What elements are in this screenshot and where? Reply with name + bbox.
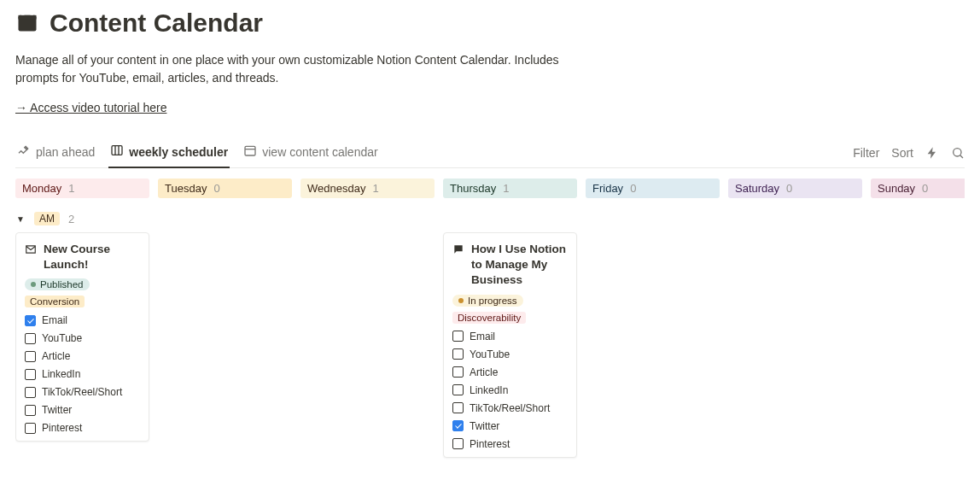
day-label: Thursday	[450, 182, 496, 195]
status-dot	[31, 282, 36, 287]
svg-point-9	[954, 149, 961, 156]
checklist-item[interactable]: Email	[452, 331, 568, 342]
checkbox[interactable]	[452, 331, 464, 342]
status-badge: Published	[25, 278, 90, 290]
svg-line-10	[960, 155, 963, 158]
checklist-label: LinkedIn	[42, 368, 80, 380]
day-label: Sunday	[878, 182, 915, 195]
checkbox[interactable]	[25, 405, 36, 416]
col-header-sunday[interactable]: Sunday 0	[871, 179, 965, 198]
checklist-label: Pinterest	[470, 438, 510, 450]
tag-label: Conversion	[30, 296, 79, 307]
status-badge: In progress	[452, 295, 523, 307]
pencil-path-icon	[17, 143, 31, 160]
tag-label: Discoverability	[458, 313, 521, 323]
category-tag: Discoverability	[452, 312, 526, 324]
checklist-label: Twitter	[42, 404, 72, 416]
search-icon[interactable]	[951, 146, 965, 160]
day-label: Monday	[22, 182, 61, 195]
checkbox[interactable]	[452, 366, 464, 378]
checklist-item[interactable]: Email	[25, 314, 140, 326]
checkbox[interactable]	[25, 351, 36, 362]
col-header-friday[interactable]: Friday 0	[586, 179, 720, 198]
envelope-icon	[25, 242, 37, 258]
tab-label: weekly scheduler	[129, 145, 228, 159]
card-title: New Course Launch!	[44, 242, 140, 272]
checkbox[interactable]	[452, 420, 464, 431]
checkbox[interactable]	[452, 402, 464, 413]
group-collapse-toggle[interactable]: ▼	[15, 214, 26, 224]
empty-slot-friday[interactable]	[586, 232, 720, 480]
col-header-thursday[interactable]: Thursday 1	[443, 179, 577, 198]
checkbox[interactable]	[25, 315, 36, 326]
checklist-label: YouTube	[470, 348, 510, 360]
card-monday[interactable]: New Course Launch! Published Conversion …	[15, 232, 149, 442]
tab-weekly-scheduler[interactable]: weekly scheduler	[108, 138, 230, 168]
card-title: How I Use Notion to Manage My Business	[471, 242, 568, 289]
day-count: 0	[213, 182, 219, 195]
day-label: Wednesday	[307, 182, 365, 195]
tab-plan-ahead[interactable]: plan ahead	[15, 138, 96, 168]
checklist-item[interactable]: YouTube	[25, 332, 140, 344]
checklist-item[interactable]: TikTok/Reel/Short	[452, 402, 568, 414]
empty-slot-tuesday[interactable]	[158, 232, 292, 480]
card-row: New Course Launch! Published Conversion …	[15, 232, 965, 480]
checklist-item[interactable]: TikTok/Reel/Short	[25, 386, 140, 398]
checklist-label: Article	[42, 350, 70, 362]
svg-rect-3	[19, 15, 37, 19]
group-badge[interactable]: AM	[34, 212, 60, 225]
col-header-saturday[interactable]: Saturday 0	[728, 179, 862, 198]
checklist-item[interactable]: Pinterest	[25, 422, 140, 434]
page-title: Content Calendar	[50, 9, 263, 38]
card-thursday[interactable]: How I Use Notion to Manage My Business I…	[443, 232, 577, 458]
checklist-item[interactable]: LinkedIn	[452, 384, 568, 396]
checkbox[interactable]	[25, 387, 36, 398]
bolt-icon[interactable]	[925, 146, 939, 160]
speech-bubble-icon	[452, 242, 464, 258]
empty-slot-wednesday[interactable]	[300, 232, 435, 480]
checklist: EmailYouTubeArticleLinkedInTikTok/Reel/S…	[25, 314, 140, 434]
checklist-label: Email	[42, 314, 67, 326]
day-count: 0	[630, 182, 636, 195]
tutorial-link[interactable]: → Access video tutorial here	[15, 101, 166, 114]
checklist-label: LinkedIn	[470, 384, 508, 396]
checkbox[interactable]	[452, 384, 464, 395]
empty-slot-saturday[interactable]	[728, 232, 862, 480]
board: Monday 1 Tuesday 0 Wednesday 1 Thursday …	[15, 179, 965, 207]
checklist-label: Article	[470, 366, 498, 378]
col-header-tuesday[interactable]: Tuesday 0	[158, 179, 292, 198]
checkbox[interactable]	[452, 348, 464, 360]
checklist-item[interactable]: Pinterest	[452, 438, 568, 450]
checkbox[interactable]	[452, 438, 464, 449]
day-label: Saturday	[735, 182, 779, 195]
status-label: In progress	[468, 296, 517, 306]
board-icon	[110, 143, 124, 160]
category-tag: Conversion	[25, 296, 85, 307]
day-label: Tuesday	[165, 182, 207, 195]
checkbox[interactable]	[25, 369, 36, 380]
checklist-item[interactable]: Twitter	[452, 420, 568, 432]
col-header-wednesday[interactable]: Wednesday 1	[300, 179, 435, 198]
calendar-small-icon	[243, 143, 257, 160]
checkbox[interactable]	[25, 423, 36, 434]
checklist-label: Pinterest	[42, 422, 82, 434]
checklist-item[interactable]: Twitter	[25, 404, 140, 416]
checklist-item[interactable]: Article	[25, 350, 140, 362]
checkbox[interactable]	[25, 333, 36, 344]
day-label: Friday	[592, 182, 623, 195]
empty-slot-sunday[interactable]	[871, 232, 965, 480]
checklist-label: Twitter	[470, 420, 499, 432]
checklist: EmailYouTubeArticleLinkedInTikTok/Reel/S…	[452, 331, 568, 450]
col-header-monday[interactable]: Monday 1	[15, 179, 149, 198]
filter-button[interactable]: Filter	[853, 146, 879, 160]
calendar-icon	[15, 10, 39, 37]
day-count: 0	[786, 182, 792, 195]
day-count: 1	[503, 182, 509, 195]
tab-view-calendar[interactable]: view content calendar	[242, 138, 379, 168]
sort-button[interactable]: Sort	[891, 146, 913, 160]
checklist-label: TikTok/Reel/Short	[42, 386, 122, 398]
checklist-item[interactable]: Article	[452, 366, 568, 378]
checklist-label: Email	[470, 331, 495, 342]
checklist-item[interactable]: LinkedIn	[25, 368, 140, 380]
checklist-item[interactable]: YouTube	[452, 348, 568, 360]
